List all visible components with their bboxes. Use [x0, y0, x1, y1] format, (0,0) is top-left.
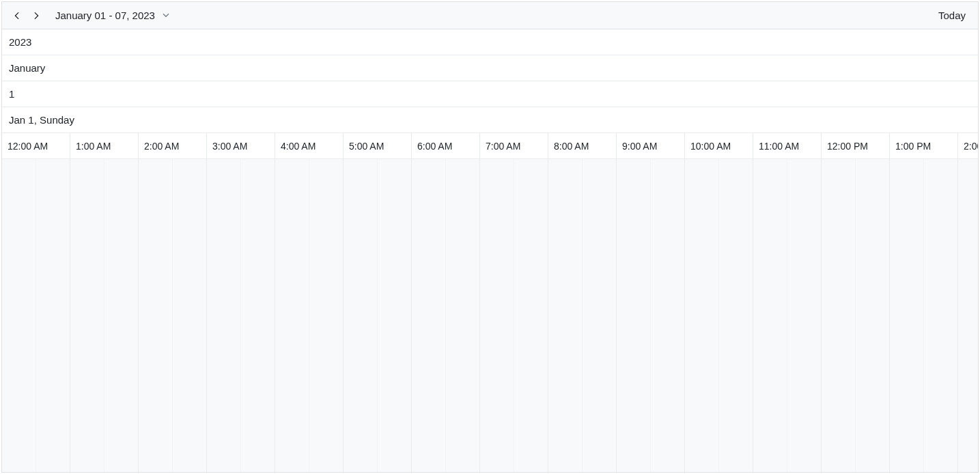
timeline-slot[interactable]: [924, 159, 958, 472]
timeline-slot[interactable]: [412, 159, 446, 472]
header-month-text: January: [9, 62, 45, 74]
time-header-label: 3:00 AM: [212, 141, 247, 152]
chevron-right-icon: [31, 11, 41, 20]
timeline-slot[interactable]: [583, 159, 617, 472]
time-header-label: 1:00 PM: [895, 141, 931, 152]
timeline-content: 12:00 AM1:00 AM2:00 AM3:00 AM4:00 AM5:00…: [2, 133, 978, 472]
timeline-slot[interactable]: [207, 159, 241, 472]
date-range-label: January 01 - 07, 2023: [55, 10, 155, 21]
time-header-cell: 6:00 AM: [412, 133, 480, 158]
time-header-cell: 2:00 PM: [958, 133, 978, 158]
time-header: 12:00 AM1:00 AM2:00 AM3:00 AM4:00 AM5:00…: [2, 133, 978, 159]
time-header-cell: 12:00 PM: [822, 133, 890, 158]
timeline-slot[interactable]: [617, 159, 651, 472]
timeline-slot[interactable]: [139, 159, 173, 472]
chevron-down-icon: [162, 10, 170, 21]
time-header-cell: 11:00 AM: [753, 133, 822, 158]
timeline-slot[interactable]: [241, 159, 275, 472]
time-header-label: 12:00 PM: [827, 141, 868, 152]
header-day-full[interactable]: Jan 1, Sunday: [2, 107, 978, 133]
header-year-text: 2023: [9, 36, 31, 48]
time-header-cell: 12:00 AM: [2, 133, 70, 158]
time-header-label: 6:00 AM: [417, 141, 452, 152]
time-header-label: 5:00 AM: [349, 141, 384, 152]
time-header-cell: 1:00 AM: [70, 133, 139, 158]
time-header-cell: 5:00 AM: [344, 133, 412, 158]
time-header-cell: 4:00 AM: [275, 133, 344, 158]
header-month[interactable]: January: [2, 55, 978, 81]
timeline-slot[interactable]: [36, 159, 70, 472]
chevron-left-icon: [12, 11, 22, 20]
timeline-slot[interactable]: [890, 159, 924, 472]
timeline-slot[interactable]: [70, 159, 104, 472]
time-header-cell: 2:00 AM: [139, 133, 207, 158]
time-header-label: 2:00 AM: [144, 141, 179, 152]
timeline-slot[interactable]: [104, 159, 139, 472]
time-header-cell: 7:00 AM: [480, 133, 548, 158]
timeline-slot[interactable]: [173, 159, 207, 472]
today-label: Today: [938, 10, 966, 21]
scheduler: January 01 - 07, 2023 Today 2023 January…: [1, 1, 979, 473]
header-day-number-text: 1: [9, 88, 14, 100]
timeline-slot[interactable]: [446, 159, 480, 472]
next-button[interactable]: [27, 6, 46, 25]
time-header-label: 9:00 AM: [622, 141, 657, 152]
time-header-cell: 10:00 AM: [685, 133, 753, 158]
header-year[interactable]: 2023: [2, 29, 978, 55]
timeline-slot[interactable]: [787, 159, 822, 472]
timeline-slot[interactable]: [685, 159, 719, 472]
header-day-number[interactable]: 1: [2, 81, 978, 107]
timeline-slot[interactable]: [378, 159, 412, 472]
time-header-label: 7:00 AM: [486, 141, 520, 152]
time-header-cell: 9:00 AM: [617, 133, 685, 158]
timeline-slot[interactable]: [344, 159, 378, 472]
time-header-cell: 8:00 AM: [548, 133, 617, 158]
timeline-slot[interactable]: [753, 159, 787, 472]
timeline-slot[interactable]: [651, 159, 685, 472]
timeline-slot[interactable]: [548, 159, 583, 472]
timeline-slot[interactable]: [514, 159, 548, 472]
timeline-slot[interactable]: [2, 159, 36, 472]
time-header-label: 4:00 AM: [281, 141, 316, 152]
time-header-cell: 1:00 PM: [890, 133, 958, 158]
time-header-label: 10:00 AM: [690, 141, 731, 152]
header-day-full-text: Jan 1, Sunday: [9, 114, 74, 126]
time-header-label: 2:00 PM: [964, 141, 978, 152]
date-range-picker[interactable]: January 01 - 07, 2023: [51, 6, 174, 25]
time-header-label: 12:00 AM: [8, 141, 48, 152]
toolbar: January 01 - 07, 2023 Today: [2, 2, 978, 29]
timeline-slot[interactable]: [309, 159, 344, 472]
time-header-label: 8:00 AM: [554, 141, 589, 152]
time-header-label: 11:00 AM: [759, 141, 799, 152]
today-button[interactable]: Today: [932, 6, 972, 25]
timeline-slot[interactable]: [275, 159, 309, 472]
timeline-slot[interactable]: [856, 159, 890, 472]
timeline-slot[interactable]: [822, 159, 856, 472]
time-header-cell: 3:00 AM: [207, 133, 275, 158]
timeline-slot[interactable]: [480, 159, 514, 472]
timeline-scroll-area[interactable]: [2, 159, 978, 472]
timeline-slot[interactable]: [958, 159, 978, 472]
prev-button[interactable]: [8, 6, 27, 25]
timeline-slot[interactable]: [719, 159, 753, 472]
time-header-label: 1:00 AM: [76, 141, 111, 152]
